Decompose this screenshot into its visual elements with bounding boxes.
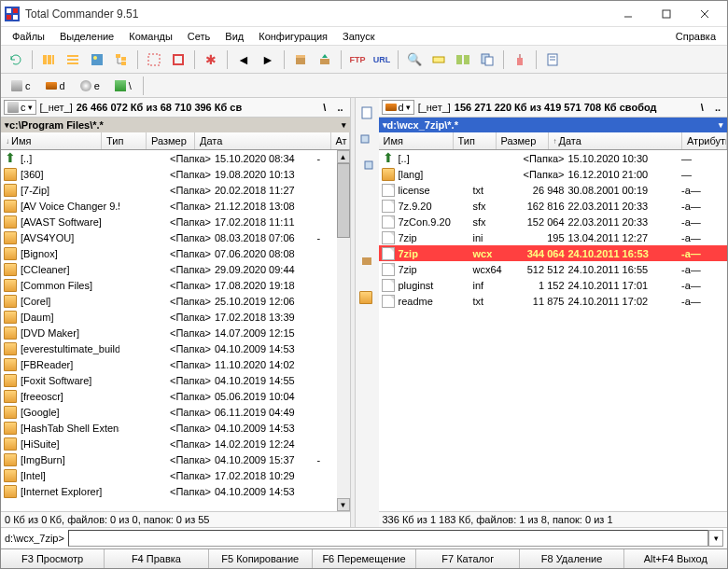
notepad-icon[interactable] (541, 49, 564, 71)
col-date[interactable]: Дата (195, 132, 331, 149)
right-path-dropdown-icon[interactable]: ▾ (719, 120, 723, 130)
altf4-quit-button[interactable]: Alt+F4 Выход (624, 549, 727, 568)
menu-commands[interactable]: Команды (121, 29, 180, 44)
menu-net[interactable]: Сеть (180, 29, 217, 44)
col-name[interactable]: ↓Имя (1, 132, 102, 149)
list-item[interactable]: ⬆[..]<Папка>15.10.2020 10:30— (379, 150, 728, 166)
left-file-list[interactable]: ⬆[..]<Папка>15.10.2020 08:34-[360]<Папка… (1, 150, 337, 511)
list-item[interactable]: 7zipwcx64512 51224.10.2011 16:55-a— (379, 261, 728, 277)
col-attr[interactable]: Атрибуты (682, 132, 727, 149)
notepad-icon[interactable] (356, 102, 378, 124)
folder-icon[interactable] (356, 286, 378, 309)
menu-selection[interactable]: Выделение (52, 29, 121, 44)
f4-edit-button[interactable]: F4 Правка (105, 549, 208, 568)
close-button[interactable] (686, 3, 723, 25)
list-item[interactable]: 7z.9.20sfx162 81622.03.2011 20:33-a— (379, 198, 728, 214)
left-root-button[interactable]: \ (319, 101, 329, 114)
scroll-down-icon[interactable]: ▼ (337, 498, 350, 511)
list-item[interactable]: [Bignox]<Папка>07.06.2020 08:08 (1, 245, 337, 261)
list-item[interactable]: [Intel]<Папка>17.02.2018 10:29 (1, 467, 337, 483)
list-item[interactable]: [HashTab Shell Extensi..]<Папка>04.10.20… (1, 420, 337, 436)
wipe-icon[interactable] (509, 49, 531, 71)
col-type[interactable]: Тип (102, 132, 147, 149)
list-item[interactable]: 7zipwcx344 06424.10.2011 16:53-a— (379, 245, 728, 261)
unpack-icon[interactable] (314, 49, 336, 71)
list-item[interactable]: licensetxt26 94830.08.2001 00:19-a— (379, 182, 728, 198)
list-item[interactable]: [lang]<Папка>16.12.2010 21:00— (379, 166, 728, 182)
list-item[interactable]: [Common Files]<Папка>17.08.2020 19:18 (1, 277, 337, 293)
col-attr[interactable]: Ат (331, 132, 350, 149)
menu-view[interactable]: Вид (217, 29, 251, 44)
scroll-thumb[interactable] (337, 163, 350, 238)
view-thumbs-icon[interactable] (86, 49, 108, 71)
right-up-button[interactable]: .. (711, 101, 724, 114)
menu-help[interactable]: Справка (668, 29, 723, 44)
refresh-icon[interactable] (5, 49, 27, 71)
list-item[interactable]: [ImgBurn]<Папка>04.10.2009 15:37- (1, 451, 337, 467)
right-path-bar[interactable]: ▾d:\wcx_7zip\*.* ▾ (379, 118, 728, 132)
invert-sel-icon[interactable] (167, 49, 189, 71)
left-path-bar[interactable]: ▾c:\Program Files\*.* ▾ (1, 118, 350, 132)
list-item[interactable]: 7zCon.9.20sfx152 06422.03.2011 20:33-a— (379, 214, 728, 229)
list-item[interactable]: [360]<Папка>19.08.2020 10:13 (1, 166, 337, 182)
f6-move-button[interactable]: F6 Перемещение (313, 549, 416, 568)
f3-view-button[interactable]: F3 Просмотр (1, 549, 105, 568)
maximize-button[interactable] (648, 3, 685, 25)
right-root-button[interactable]: \ (697, 101, 707, 114)
right-file-list[interactable]: ⬆[..]<Папка>15.10.2020 10:30—[lang]<Папк… (379, 150, 728, 511)
drive-c-button[interactable]: c (5, 77, 37, 94)
list-item[interactable]: [Foxit Software]<Папка>04.10.2019 14:55 (1, 372, 337, 388)
list-item[interactable]: [CCleaner]<Папка>29.09.2020 09:44 (1, 261, 337, 277)
left-drive-select[interactable]: c▾ (4, 100, 36, 115)
pack-icon[interactable] (356, 249, 378, 271)
copy-icon[interactable] (476, 49, 498, 71)
f5-copy-button[interactable]: F5 Копирование (209, 549, 313, 568)
list-item[interactable]: [AV Voice Changer 9.5..]<Папка>21.12.201… (1, 198, 337, 214)
f7-mkdir-button[interactable]: F7 Каталог (416, 549, 520, 568)
minimize-button[interactable] (609, 3, 647, 25)
view-full-icon[interactable] (62, 49, 84, 71)
list-item[interactable]: [Internet Explorer]<Папка>04.10.2009 14:… (1, 483, 337, 499)
list-item[interactable]: [DVD Maker]<Папка>14.07.2009 12:15 (1, 325, 337, 340)
star-icon[interactable]: ✱ (200, 49, 222, 71)
list-item[interactable]: [AVS4YOU]<Папка>08.03.2018 07:06- (1, 229, 337, 245)
col-date[interactable]: ↑Дата (549, 132, 683, 149)
left-scrollbar[interactable]: ▲ ▼ (337, 150, 350, 511)
list-item[interactable]: [HiSuite]<Папка>14.02.2019 12:24 (1, 436, 337, 451)
back-icon[interactable]: ◄ (232, 49, 255, 71)
list-item[interactable]: [7-Zip]<Папка>20.02.2018 11:27 (1, 182, 337, 198)
list-item[interactable]: [Daum]<Папка>17.02.2018 13:39 (1, 309, 337, 325)
drive-d-button[interactable]: d (39, 77, 72, 94)
search-icon[interactable]: 🔍 (403, 49, 426, 71)
menu-start[interactable]: Запуск (335, 29, 382, 44)
list-item[interactable]: [AVAST Software]<Папка>17.02.2018 11:11 (1, 214, 337, 229)
select-all-icon[interactable] (143, 49, 165, 71)
col-size[interactable]: Размер (147, 132, 195, 149)
url-icon[interactable]: URL (371, 49, 393, 71)
command-input[interactable] (68, 530, 708, 547)
copy-right-icon[interactable] (356, 154, 378, 176)
menu-files[interactable]: Файлы (5, 29, 52, 44)
forward-icon[interactable]: ► (257, 49, 279, 71)
list-item[interactable]: 7zipini19513.04.2011 12:27-a— (379, 229, 728, 245)
drive-e-button[interactable]: e (74, 77, 106, 94)
command-history-dropdown-icon[interactable]: ▾ (708, 530, 723, 547)
col-name[interactable]: Имя (379, 132, 454, 149)
drive-net-button[interactable]: \ (108, 77, 138, 94)
col-size[interactable]: Размер (497, 132, 549, 149)
rename-icon[interactable] (427, 49, 450, 71)
left-path-dropdown-icon[interactable]: ▾ (342, 120, 346, 130)
list-item[interactable]: ⬆[..]<Папка>15.10.2020 08:34- (1, 150, 337, 166)
right-drive-select[interactable]: d▾ (382, 100, 414, 115)
list-item[interactable]: [everestultimate_build..]<Папка>04.10.20… (1, 340, 337, 356)
sync-icon[interactable] (452, 49, 474, 71)
copy-left-icon[interactable] (356, 128, 378, 150)
scroll-up-icon[interactable]: ▲ (337, 150, 350, 163)
ftp-icon[interactable]: FTP (346, 49, 369, 71)
f8-delete-button[interactable]: F8 Удаление (520, 549, 623, 568)
col-type[interactable]: Тип (454, 132, 497, 149)
menu-config[interactable]: Конфигурация (251, 29, 335, 44)
list-item[interactable]: [Corel]<Папка>25.10.2019 12:06 (1, 293, 337, 309)
list-item[interactable]: [freeoscr]<Папка>05.06.2019 10:04 (1, 388, 337, 404)
list-item[interactable]: [Google]<Папка>06.11.2019 04:49 (1, 404, 337, 420)
